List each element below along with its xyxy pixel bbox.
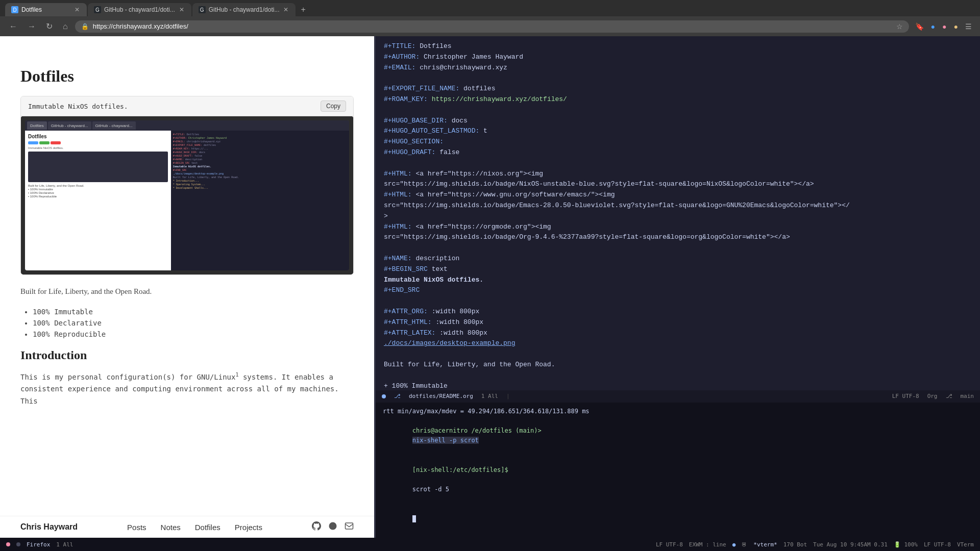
address-bar[interactable]: 🔒 ☆	[75, 20, 909, 33]
sys-bot-count: 170 Bot	[783, 541, 807, 548]
bullet-list: 100% Immutable 100% Declarative 100% Rep…	[20, 308, 354, 338]
footer-brand: Chris Hayward	[20, 522, 78, 532]
badge-org	[51, 141, 61, 144]
editor-line-15: #+HTML: <a href="https://orgmode.org"><i…	[384, 222, 972, 233]
tab-close-3[interactable]: ✕	[282, 6, 289, 13]
new-tab-button[interactable]: +	[297, 3, 309, 16]
nested-code-line-1: #+TITLE: Dotfiles	[173, 133, 347, 136]
tab-github-1[interactable]: G GitHub - chayward1/doti... ✕	[88, 3, 191, 16]
introduction-heading: Introduction	[20, 348, 354, 362]
status-encoding: LF UTF-8	[892, 393, 919, 399]
editor-line-14: >	[384, 211, 972, 222]
intro-paragraph: This is my personal configuration(s) for…	[20, 370, 354, 408]
nested-desc: Immutable NixOS dotfiles.	[28, 146, 168, 149]
address-input[interactable]	[93, 22, 892, 30]
extension-icon-3[interactable]: ●	[952, 20, 960, 33]
sys-shield-icon: ⛨	[742, 541, 747, 548]
editor-line-23: #+ATTR_LATEX: :width 800px	[384, 328, 972, 339]
tab-favicon-3: G	[199, 6, 206, 13]
svg-rect-1	[346, 523, 353, 529]
editor-line-19: Immutable NixOS dotfiles.	[384, 275, 972, 286]
tab-close-2[interactable]: ✕	[178, 6, 185, 13]
reload-button[interactable]: ↻	[43, 19, 56, 33]
nested-code-line-20: * Operating System...	[173, 183, 347, 186]
sys-vterm-label: *vterm*	[753, 541, 777, 548]
status-branch: main	[961, 393, 974, 399]
star-icon[interactable]: ☆	[896, 22, 903, 31]
status-file: dotfiles/README.org	[409, 393, 473, 399]
nested-tab-2: GitHub - chayward...	[48, 121, 91, 130]
nested-code-line-3: #+EMAIL: chris@chrishayward.xyz	[173, 140, 347, 143]
nested-tab-1: Dotfiles	[27, 121, 47, 130]
copy-button[interactable]: Copy	[321, 101, 346, 112]
screenshot-container: Dotfiles GitHub - chayward... GitHub - c…	[21, 116, 353, 274]
bookmark-icon[interactable]: 🔖	[913, 20, 926, 33]
editor-line-blank-4	[384, 243, 972, 254]
editor-line-7: #+HUGO_AUTO_SET_LASTMOD: t	[384, 126, 972, 137]
screenshot-image: Dotfiles GitHub - chayward... GitHub - c…	[21, 116, 353, 274]
editor-line-5: #+ROAM_KEY: https://chrishayward.xyz/dot…	[384, 94, 972, 105]
sys-encoding: LF UTF-8	[656, 541, 683, 548]
editor-content[interactable]: #+TITLE: Dotfiles #+AUTHOR: Christopher …	[376, 36, 980, 390]
code-block-header: Immutable NixOS dotfiles. Copy	[21, 96, 353, 116]
code-block-container: Immutable NixOS dotfiles. Copy Dotfiles …	[20, 96, 354, 275]
nested-code-line-18: Built for Life, Liberty, and the Open Ro…	[173, 176, 347, 179]
editor-line-1: #+TITLE: Dotfiles	[384, 41, 972, 52]
home-button[interactable]: ⌂	[60, 20, 71, 33]
forward-button[interactable]: →	[24, 20, 39, 33]
sys-battery: 🔋 100%	[894, 541, 918, 548]
editor-line-26: + 100% Immutable	[384, 381, 972, 390]
footer-nav-notes[interactable]: Notes	[161, 523, 181, 532]
footer-nav-dotfiles[interactable]: Dotfiles	[195, 523, 220, 532]
nested-code-line-9: #+HUGO_DRAFT: false	[173, 154, 347, 157]
sys-encoding2: LF UTF-8	[924, 541, 951, 548]
editor-line-blank-5	[384, 296, 972, 307]
terminal-cursor-line	[383, 504, 973, 534]
tab-bar: D Dotfiles ✕ G GitHub - chayward1/doti..…	[0, 0, 980, 16]
nested-list: Built for Life, Liberty, and the Open Ro…	[28, 184, 168, 198]
editor-line-blank-1	[384, 73, 972, 84]
menu-button[interactable]: ☰	[963, 20, 974, 33]
editor-line-blank-3	[384, 158, 972, 169]
nested-list-item-1: Built for Life, Liberty, and the Open Ro…	[28, 184, 168, 187]
footer-nav-projects[interactable]: Projects	[235, 523, 262, 532]
editor-line-blank-6	[384, 349, 972, 360]
sys-count: 1 All	[56, 541, 73, 548]
status-mode: Org	[927, 393, 938, 399]
footer-nav: Posts Notes Dotfiles Projects	[127, 523, 262, 532]
nested-browser: Dotfiles GitHub - chayward... GitHub - c…	[25, 120, 349, 270]
sys-mode: EXWM : line	[689, 541, 726, 548]
extension-icon-2[interactable]: ●	[940, 20, 948, 33]
github-icon[interactable]	[312, 521, 321, 533]
intro-text-1: This is my personal configuration(s) for…	[20, 373, 235, 381]
bullet-item-3: 100% Reproducible	[33, 330, 354, 338]
footer-icons	[312, 521, 354, 533]
git-icon: ⎇	[394, 393, 401, 399]
editor-line-9: #+HUGO_DRAFT: false	[384, 147, 972, 158]
editor-line-6: #+HUGO_BASE_DIR: docs	[384, 116, 972, 127]
editor-line-25: Built for Life, Liberty, and the Open Ro…	[384, 360, 972, 370]
editor-line-18: #+BEGIN_SRC text	[384, 264, 972, 275]
editor-line-blank-7	[384, 370, 972, 381]
extension-icon-1[interactable]: ●	[929, 20, 937, 33]
tab-close-1[interactable]: ✕	[74, 6, 81, 13]
sys-firefox-label: Firefox	[27, 541, 50, 548]
terminal-area[interactable]: rtt min/avg/max/mdev = 49.294/186.651/36…	[376, 403, 980, 538]
sys-datetime: Tue Aug 10 9:45AM 0.31	[813, 541, 888, 548]
back-button[interactable]: ←	[6, 20, 20, 33]
editor-panel: #+TITLE: Dotfiles #+AUTHOR: Christopher …	[376, 36, 980, 538]
bullet-item-1: 100% Immutable	[33, 308, 354, 316]
terminal-nix-cmd: scrot -d 5	[412, 486, 449, 493]
status-sep: |	[506, 393, 510, 399]
nested-content: Dotfiles Immutable NixOS dotfiles. Built	[25, 131, 349, 270]
keybase-icon[interactable]	[328, 521, 337, 533]
footer-nav-posts[interactable]: Posts	[127, 523, 146, 532]
web-footer: Chris Hayward Posts Notes Dotfiles Proje…	[0, 516, 374, 538]
tab-favicon-2: G	[94, 6, 101, 13]
sys-dot-red	[6, 542, 10, 546]
tab-github-2[interactable]: G GitHub - chayward1/doti... ✕	[192, 3, 296, 16]
email-icon[interactable]	[345, 521, 354, 533]
terminal-nix-line: [nix-shell:/etc/dotfiles]$ scrot -d 5	[383, 456, 973, 505]
tab-dotfiles[interactable]: D Dotfiles ✕	[5, 3, 87, 16]
terminal-dollar	[412, 476, 416, 483]
